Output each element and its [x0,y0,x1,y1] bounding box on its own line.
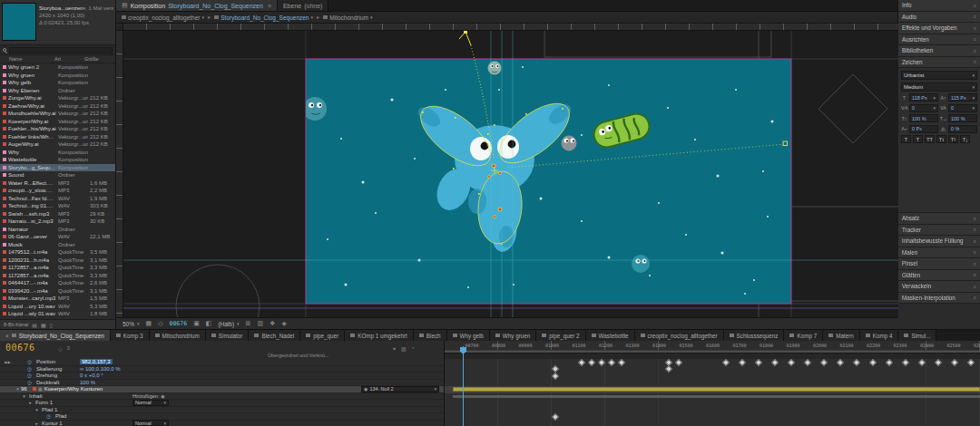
project-item[interactable]: Swish ...ssh.mp3MP329 KB [0,210,115,218]
panel-tab-masken-interpolation[interactable]: Masken-Interpolation≡ [898,293,980,305]
composition-viewer[interactable] [116,24,898,317]
label-color-chip[interactable] [3,219,6,223]
panel-tab-malen[interactable]: Malen≡ [898,247,980,259]
project-item[interactable]: 06-Ganz...ueverWAV22,1 MB [0,233,115,241]
breadcrumb-item[interactable]: Storyboard_No_Clog_Sequenzen▾ [214,15,313,21]
project-item[interactable]: Narrato...st_2.mp3MP330 KB [0,218,115,226]
keyframe-nav[interactable]: ◀ ▶ [0,360,15,364]
roi-icon[interactable]: ⊞ [246,320,251,327]
label-color-chip[interactable] [3,281,6,285]
font-family-select[interactable]: Urbanist▾ [901,71,977,80]
keyframe-icon[interactable] [579,360,584,365]
project-item[interactable]: Why gruenKomposition [0,72,115,80]
timeline-row-pfad[interactable]: ◷Pfad [0,413,444,421]
property-name[interactable]: Inhalt [29,393,43,399]
panel-tab-info[interactable]: Info≡ [898,0,980,12]
label-color-chip[interactable] [3,104,6,108]
tsume-field[interactable]: 0 % [948,125,977,133]
project-item[interactable]: creopti...y_slow.mp3MP32,2 MB [0,187,115,195]
comp-timecode[interactable]: 00676 [170,320,188,327]
stopwatch-icon[interactable]: ◷ [27,373,34,378]
project-item[interactable]: Why gruen 2Komposition [0,63,115,72]
timeline-comp-tab[interactable]: Simul... [898,330,936,341]
time-ruler[interactable]: 0070000800009000100001100012000130001400… [445,341,980,353]
panel-tab-pinsel[interactable]: Pinsel≡ [898,258,980,270]
keyframe-icon[interactable] [805,360,810,365]
panel-tab-glätten[interactable]: Glätten≡ [898,270,980,282]
delete-icon[interactable]: ▯ [50,322,53,328]
keyframe-icon[interactable] [789,360,794,365]
panel-tab-ausrichten[interactable]: Ausrichten≡ [898,34,980,46]
timeline-row-kontur-1[interactable]: ▸Kontur 1Normal▾ [0,421,444,426]
property-value[interactable]: 0 x +0,0 ° [80,373,103,378]
composition-canvas[interactable] [306,59,791,304]
project-item[interactable]: Technol...Fax fd.wavWAV1,9 MB [0,195,115,203]
timeline-comp-tab[interactable]: creoptix_noclog_alltogether [635,330,724,341]
label-color-chip[interactable] [3,65,6,69]
twirl-icon[interactable]: ▾ [21,393,27,399]
label-color-chip[interactable] [3,243,6,247]
timeline-row-drehung[interactable]: ◷Drehung0 x +0,0 ° [0,373,444,380]
panel-tab-zeichen[interactable]: Zeichen≡ [898,57,980,69]
timeline-comp-tab[interactable]: Wastebottle [586,330,635,341]
panel-menu-icon[interactable]: ≡ [268,3,271,9]
project-item[interactable]: Storybo...g_SequenzenKomposition [0,164,115,172]
label-color-chip[interactable] [3,204,6,208]
label-color-chip[interactable] [3,274,6,277]
label-color-chip[interactable] [3,228,6,231]
project-item[interactable]: Fuehler...hts/Why.aiVektorgr...ung212 KB [0,125,115,133]
keyframe-icon[interactable] [609,360,614,365]
keyframe-icon[interactable] [553,373,558,379]
project-item[interactable]: Water R...Effect.mp3MP31,6 MB [0,179,115,188]
keyframe-icon[interactable] [599,360,604,365]
faux-style-button-1[interactable]: T [913,135,923,143]
label-color-chip[interactable] [3,296,6,300]
keyframe-track-area[interactable] [445,359,980,426]
keyframe-icon[interactable] [666,360,671,365]
keyframe-icon[interactable] [756,360,761,365]
timeline-comp-tab[interactable]: KOmp 1 umgekehrt [345,330,414,341]
label-color-chip[interactable] [3,127,6,131]
label-color-chip[interactable] [3,89,6,92]
horizontal-scale-field[interactable]: 100 % [948,114,977,122]
pixel-aspect-icon[interactable]: ◈ [281,320,286,327]
timeline-timecode[interactable]: 00676 [5,343,35,353]
label-color-chip[interactable] [3,212,6,216]
stopwatch-icon[interactable]: ◷ [27,380,34,385]
font-style-select[interactable]: Medium▾ [901,82,977,92]
timeline-comp-tab[interactable]: Blech [414,330,447,341]
timeline-comp-tab[interactable]: Komp 4 [860,330,899,341]
timeline-comp-tab[interactable]: Matern [823,330,860,341]
keyframe-icon[interactable] [740,360,745,365]
timeline-comp-tab[interactable]: pipe_quer 2 [536,330,585,341]
new-folder-icon[interactable]: ▤ [32,322,37,328]
label-color-chip[interactable] [3,305,6,308]
timeline-comp-tab[interactable]: Komp 3 [111,330,150,341]
column-size[interactable]: Größe [84,56,115,62]
project-item[interactable]: 1479512...t.m4aQuickTime3,5 MB [0,248,115,257]
project-item[interactable]: Technol...ing 01.wavWAV303 KB [0,202,115,210]
property-value[interactable]: ∞ 100,0,100,0 % [80,366,121,372]
blend-mode-select[interactable]: Normal▾ [132,400,169,406]
cell-character-top[interactable] [488,62,502,75]
twirl-icon[interactable]: ▾ [34,407,40,412]
label-color-chip[interactable] [3,258,6,262]
keyframe-icon[interactable] [887,360,892,365]
timeline-row-position[interactable]: ◀ ▶◷Position982,0,157,3 [0,359,444,366]
cell-character-bottom[interactable] [632,255,650,273]
timeline-row-form-1[interactable]: ▸Form 1Normal▾ [0,400,444,407]
label-color-chip[interactable] [3,150,6,154]
grid-options-icon[interactable]: ▦ [146,320,152,327]
panel-tab-audio[interactable]: Audio≡ [898,12,980,24]
property-name[interactable]: Form 1 [35,400,53,405]
timeline-comp-tab[interactable]: Blech_Nadel [249,330,300,341]
timeline-comp-tab[interactable]: pipe_quer [300,330,345,341]
project-item[interactable]: Mundhoehle/Why.aiVektorgr...ung212 KB [0,110,115,118]
keyframe-icon[interactable] [919,360,925,365]
label-color-chip[interactable] [3,111,6,115]
faux-style-button-2[interactable]: TT [925,135,935,143]
keyframe-icon[interactable] [589,360,594,365]
add-button[interactable]: Hinzufügen:◉ [132,393,165,399]
property-name[interactable]: Kontur 1 [42,421,63,426]
twirl-icon[interactable]: ▾ [15,386,21,392]
